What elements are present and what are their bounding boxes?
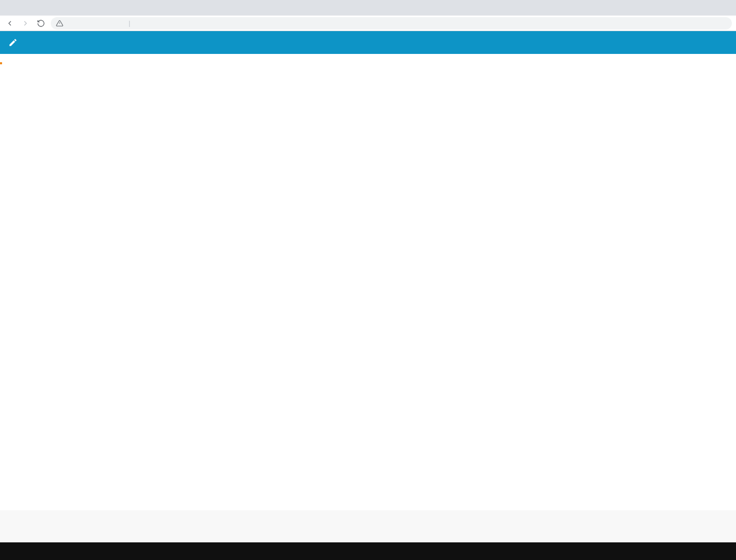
windows-taskbar[interactable] xyxy=(0,542,736,560)
app-header xyxy=(0,31,736,54)
not-secure-icon xyxy=(56,20,63,27)
browser-tabstrip xyxy=(0,0,736,16)
edit-icon xyxy=(8,38,18,47)
address-security-text[interactable] xyxy=(67,19,124,27)
back-button[interactable] xyxy=(4,18,16,29)
browser-navbar: | xyxy=(0,16,736,31)
reload-button[interactable] xyxy=(35,18,47,29)
line-gutter xyxy=(0,54,15,62)
forward-button[interactable] xyxy=(20,18,31,29)
code-editor[interactable] xyxy=(0,54,736,510)
highlight-selection xyxy=(0,62,2,64)
address-bar[interactable]: | xyxy=(51,17,732,30)
code-area[interactable] xyxy=(15,54,23,62)
